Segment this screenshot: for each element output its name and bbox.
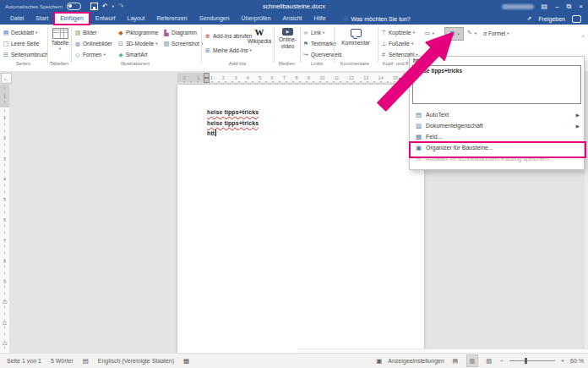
minimize-icon[interactable]: – xyxy=(555,3,558,10)
querverweis-button[interactable]: ↪ Querverweis xyxy=(302,50,341,59)
textfeld-button[interactable]: ▭ ▾ xyxy=(422,27,436,39)
undo-dropdown-icon[interactable]: ▾ xyxy=(112,4,114,8)
hruler-num-11: 12 xyxy=(349,75,354,80)
proofing-icon[interactable]: ▤ xyxy=(83,357,89,365)
zoom-in-button[interactable]: + xyxy=(561,358,564,364)
document-line-0[interactable]: heise tipps+tricks xyxy=(207,107,259,118)
restore-icon[interactable]: ⧉ xyxy=(567,3,572,10)
bilder-button[interactable]: ▨ Bilder xyxy=(74,28,97,37)
tab-stop-selector[interactable]: ∟ xyxy=(1,73,12,84)
building-block-preview[interactable]: heise tipps+tricks xyxy=(412,65,581,104)
onlinevideo-button[interactable]: ▶ Online- video xyxy=(276,28,299,49)
kommentar-button[interactable]: Kommentar xyxy=(337,29,374,46)
hruler-num-5: 6 xyxy=(271,75,274,80)
submenu-arrow-icon: ▶ xyxy=(576,124,580,129)
tab-layout[interactable]: Layout xyxy=(122,13,151,25)
meine-addins-label: Meine Add-Ins xyxy=(213,47,248,53)
fusszeile-label: Fußzeile xyxy=(389,41,410,47)
menu-item-feld[interactable]: ▦ Feld... xyxy=(410,131,584,142)
meine-addins-button[interactable]: ⊞ Meine Add-Ins ▾ xyxy=(204,46,252,55)
display-settings-button[interactable]: Anzeigeeinstellungen xyxy=(388,358,444,364)
share-icon[interactable]: ⇗ xyxy=(527,15,532,22)
focus-mode-icon[interactable]: ▦ xyxy=(183,357,189,365)
zoom-slider-thumb[interactable] xyxy=(525,358,527,364)
schnellbausteine-button[interactable]: ⊟ ▾ xyxy=(444,27,464,41)
tabelle-button[interactable]: Tabelle ▾ xyxy=(49,28,71,51)
organizer-label: Organizer für Bausteine... xyxy=(426,145,493,151)
hruler-num-12: 13 xyxy=(363,75,368,80)
fusszeile-button[interactable]: ⊥ Fußzeile ▾ xyxy=(380,39,413,48)
group-separator xyxy=(71,27,72,63)
tab-referenzen[interactable]: Referenzen xyxy=(151,13,193,25)
onlinebilder-button[interactable]: ◍ Onlinebilder xyxy=(74,39,112,48)
indent-marker[interactable] xyxy=(204,73,210,78)
vertical-scrollbar[interactable] xyxy=(585,71,588,349)
ribbon-display-options-icon[interactable]: ▤ xyxy=(542,3,548,10)
share-button[interactable]: Freigeben xyxy=(538,16,565,22)
web-layout-button[interactable]: ▧ xyxy=(484,355,494,366)
quick-access-toolbar: Automatisches Speichern ↶ ▾ ↷ xyxy=(5,3,124,10)
close-icon[interactable]: × xyxy=(579,3,583,10)
menu-item-organizer-fuer-bausteine[interactable]: ▣ Organizer für Bausteine... xyxy=(410,142,584,153)
seitenumbruch-button[interactable]: ⊟ Seitenumbruch xyxy=(3,50,48,59)
tab-entwurf[interactable]: Entwurf xyxy=(90,13,122,25)
word-count[interactable]: 5 Wörter xyxy=(51,358,74,364)
document-line-1[interactable]: heise tipps+tricks xyxy=(207,118,259,129)
group-caption-seiten: Seiten xyxy=(0,61,46,66)
user-account-blurred[interactable] xyxy=(502,4,534,9)
preview-text: heise tipps+tricks xyxy=(416,68,462,74)
collapse-ribbon-icon[interactable]: ^ xyxy=(582,34,585,40)
group-separator xyxy=(201,27,202,63)
menu-item-autotext[interactable]: ▤ AutoText ▶ xyxy=(410,109,584,120)
tab-start[interactable]: Start xyxy=(30,13,54,25)
save-icon[interactable] xyxy=(90,3,98,10)
comments-icon[interactable] xyxy=(572,15,581,23)
tell-me-search[interactable]: ◎ Was möchten Sie tun? xyxy=(342,15,411,22)
horizontal-ruler[interactable]: 21 123456789101112131415 1718 xyxy=(177,73,424,82)
chevron-down-icon: ▾ xyxy=(59,47,61,51)
group-caption-medien: Medien xyxy=(274,61,300,66)
zoom-level[interactable]: 60 % xyxy=(570,358,584,364)
deckblatt-button[interactable]: ▤ Deckblatt ▾ xyxy=(3,28,37,37)
piktogramme-button[interactable]: ◆ Piktogramme xyxy=(117,28,158,37)
formel-button[interactable]: π Formel ▾ xyxy=(483,27,509,39)
document-line-2[interactable]: htt xyxy=(207,129,259,140)
kopfzeile-button[interactable]: ⊤ Kopfzeile ▾ xyxy=(380,28,415,37)
textmarke-button[interactable]: ⚑ Textmarke xyxy=(302,39,336,48)
bookmark-icon: ⚑ xyxy=(302,41,309,47)
vruler-text-area: 123456789101112 xyxy=(0,107,9,354)
vertical-ruler[interactable]: 1 123456789101112 xyxy=(0,85,9,354)
autosave-toggle[interactable] xyxy=(67,3,81,10)
chevron-down-icon: ▾ xyxy=(507,31,509,36)
menu-item-dokumenteigenschaft[interactable]: ▥ Dokumenteigenschaft ▶ xyxy=(410,120,584,131)
print-layout-button[interactable]: ▥ xyxy=(466,354,478,367)
wikipedia-button[interactable]: W Wikipedia xyxy=(247,28,272,44)
statusbar-left: Seite 1 von 1 5 Wörter ▤ Englisch (Verei… xyxy=(7,357,189,365)
language-indicator[interactable]: Englisch (Vereinigte Staaten) xyxy=(98,358,174,364)
zoom-out-button[interactable]: − xyxy=(500,358,504,364)
undo-icon[interactable]: ↶ xyxy=(102,3,108,10)
leere-seite-button[interactable]: ▢ Leere Seite xyxy=(3,39,39,48)
diagramm-button[interactable]: ▙ Diagramm xyxy=(163,28,197,37)
link-button[interactable]: ∞ Link ▾ xyxy=(302,28,324,37)
indent-marker[interactable] xyxy=(204,78,210,83)
page-indicator[interactable]: Seite 1 von 1 xyxy=(7,358,41,364)
tab-einfuegen[interactable]: Einfügen xyxy=(54,13,90,25)
redo-icon[interactable]: ↷ xyxy=(118,3,124,10)
indent-marker[interactable] xyxy=(399,78,405,83)
tab-ueberpruefen[interactable]: Überprüfen xyxy=(236,13,277,25)
textmarke-label: Textmarke xyxy=(311,41,336,47)
screenshot-button[interactable]: ▧ Screenshot ▾ xyxy=(163,39,203,48)
tab-hilfe[interactable]: Hilfe xyxy=(308,13,332,25)
zoom-slider[interactable] xyxy=(509,360,555,361)
vruler-top-margin: 1 xyxy=(0,85,9,107)
tab-ansicht[interactable]: Ansicht xyxy=(277,13,308,25)
wordart-button[interactable]: ✎ ▾ xyxy=(464,27,479,39)
addins-abrufen-button[interactable]: ⊕ Add-Ins abrufen xyxy=(204,31,252,41)
formen-button[interactable]: ◇ Formen ▾ xyxy=(74,50,106,59)
tab-datei[interactable]: Datei xyxy=(4,13,30,25)
read-mode-button[interactable]: ▤ xyxy=(450,355,460,366)
smartart-button[interactable]: ◈ SmartArt xyxy=(117,50,148,59)
3d-modelle-button[interactable]: ⊡ 3D-Modelle ▾ xyxy=(117,39,158,48)
tab-sendungen[interactable]: Sendungen xyxy=(193,13,236,25)
